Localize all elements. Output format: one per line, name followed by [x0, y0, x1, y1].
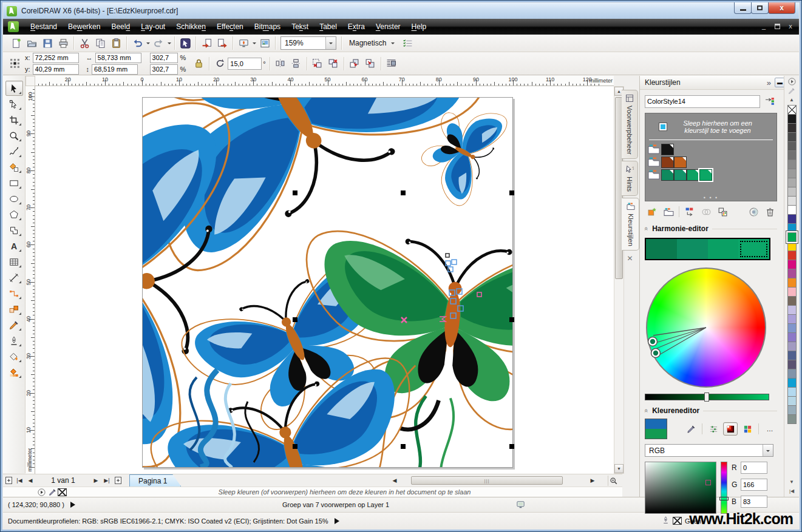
interactive-fill-tool[interactable] — [5, 365, 23, 380]
first-page-icon[interactable]: |◀ — [14, 475, 25, 486]
palette-swatch[interactable] — [787, 214, 797, 224]
menu-bitmaps[interactable]: Bitmaps — [249, 20, 286, 33]
close-button[interactable]: x — [768, 2, 795, 14]
coords-flyout-icon[interactable] — [70, 502, 78, 508]
color-style-swatch[interactable] — [661, 169, 674, 181]
cut-icon[interactable] — [76, 36, 92, 50]
page-tab[interactable]: Pagina 1 — [129, 474, 181, 487]
color-style-swatch[interactable] — [687, 169, 699, 181]
palette-swatch[interactable] — [787, 141, 797, 151]
zoom-page-icon[interactable] — [608, 476, 619, 486]
restore-button[interactable] — [751, 2, 769, 14]
next-page-icon[interactable]: ▶ — [90, 475, 101, 486]
doc-minimize-icon[interactable]: _ — [760, 22, 767, 30]
harmony-editor-header[interactable]: « Harmonie-editor — [645, 224, 777, 233]
convert-to-harmony-icon[interactable] — [682, 205, 697, 218]
add-page-start-icon[interactable] — [3, 475, 14, 486]
palette-swatch[interactable] — [787, 342, 797, 351]
palette-swatch[interactable] — [787, 405, 797, 415]
palette-swatch[interactable] — [787, 123, 797, 133]
palette-swatch[interactable] — [787, 196, 797, 206]
x-position-input[interactable] — [33, 53, 79, 63]
r-value-input[interactable] — [741, 462, 767, 474]
docker-tab-voorwerpbeheer[interactable]: Voorwerpbeheer — [622, 90, 638, 159]
more-options-icon[interactable]: … — [763, 422, 777, 436]
to-back-icon[interactable] — [362, 56, 378, 71]
color-sliders-icon[interactable] — [706, 422, 721, 436]
collapse-icon[interactable]: « — [643, 409, 650, 412]
palette-swatch[interactable] — [787, 260, 797, 269]
new-document-icon[interactable] — [8, 36, 24, 50]
tray-flyout-icon[interactable] — [36, 487, 47, 497]
menu-beeld[interactable]: Beeld — [106, 20, 135, 33]
harmony-options-icon[interactable] — [746, 205, 761, 218]
options-icon[interactable] — [399, 36, 415, 50]
ungroup-icon[interactable] — [310, 56, 325, 71]
lock-ratio-icon[interactable] — [191, 56, 206, 71]
auto-create-styles-icon[interactable] — [763, 95, 777, 108]
palette-swatch[interactable] — [787, 396, 797, 406]
object-height-input[interactable] — [92, 64, 138, 75]
no-color-swatch[interactable] — [58, 488, 67, 496]
hue-strip[interactable] — [721, 462, 727, 514]
palette-swatch[interactable] — [787, 305, 797, 315]
palette-flyout-icon[interactable] — [787, 77, 797, 86]
text-tool[interactable]: A — [5, 238, 23, 254]
palette-expand-icon[interactable]: |◀ — [787, 487, 797, 496]
harmony-colors-bar[interactable] — [645, 238, 770, 260]
palette-swatch[interactable] — [787, 296, 797, 306]
color-proof-monitor-icon[interactable] — [516, 500, 525, 510]
horizontal-scroll-thumb[interactable]: ||| — [411, 476, 563, 485]
palette-swatch[interactable] — [787, 132, 797, 142]
palette-swatch[interactable] — [787, 178, 797, 187]
merge-styles-icon[interactable] — [699, 205, 713, 218]
style-name-input[interactable] — [645, 95, 760, 108]
color-palettes-icon[interactable] — [740, 422, 755, 436]
palette-swatch[interactable] — [787, 169, 797, 178]
harmony-folder-icon[interactable] — [648, 169, 661, 181]
saturation-picker[interactable] — [645, 462, 716, 514]
palette-swatch[interactable] — [787, 150, 797, 160]
palette-no-color-swatch[interactable] — [787, 105, 797, 115]
picker-marker[interactable] — [705, 480, 711, 485]
previous-page-icon[interactable]: ◀ — [25, 475, 36, 486]
palette-swatch[interactable] — [787, 232, 797, 242]
harmony-swatch[interactable] — [708, 239, 739, 259]
zoom-tool[interactable] — [5, 128, 23, 143]
eyedropper-tool[interactable] — [5, 317, 23, 332]
horizontal-scrollbar[interactable]: ◀ ||| ▶ — [389, 476, 598, 485]
palette-swatch[interactable] — [787, 314, 797, 324]
last-page-icon[interactable]: ▶| — [101, 475, 112, 486]
open-folder-icon[interactable] — [24, 36, 39, 50]
blend-tool[interactable] — [5, 301, 23, 317]
add-page-end-icon[interactable] — [112, 475, 123, 486]
editor-eyedropper-icon[interactable] — [684, 422, 698, 436]
palette-swatch[interactable] — [787, 269, 797, 278]
butterfly-left-edge[interactable] — [35, 86, 236, 472]
palette-swatch[interactable] — [787, 360, 797, 369]
basic-shapes-tool[interactable] — [5, 223, 23, 238]
rotation-angle-input[interactable] — [228, 58, 262, 70]
color-wheel-handles[interactable] — [646, 268, 766, 388]
copy-icon[interactable] — [92, 36, 108, 50]
undo-dropdown-icon[interactable] — [145, 36, 151, 50]
wrap-text-icon[interactable] — [384, 56, 399, 71]
g-value-input[interactable] — [741, 479, 767, 491]
hue-marker[interactable] — [719, 497, 729, 500]
palette-swatch[interactable] — [787, 278, 797, 288]
drawing-canvas[interactable] — [35, 86, 614, 474]
delete-style-icon[interactable] — [763, 205, 777, 218]
menu-lay-out[interactable]: Lay-out — [135, 20, 171, 33]
harmony-swatch[interactable] — [738, 239, 769, 259]
pick-tool[interactable] — [5, 81, 23, 96]
menu-extra[interactable]: Extra — [342, 20, 370, 33]
snap-to-select[interactable]: Magnetisch — [344, 39, 399, 47]
redo-icon[interactable] — [151, 36, 166, 50]
doc-close-icon[interactable]: x — [787, 22, 794, 30]
docker-close-tab-icon[interactable]: ✕ — [622, 252, 638, 264]
menu-venster[interactable]: Venster — [370, 20, 406, 33]
menu-tabel[interactable]: Tabel — [314, 20, 342, 33]
style-drop-area[interactable]: Sleep hierheen om een kleurstijl toe te … — [645, 113, 777, 201]
color-style-swatch[interactable] — [661, 144, 674, 155]
palette-swatch[interactable] — [787, 160, 797, 169]
